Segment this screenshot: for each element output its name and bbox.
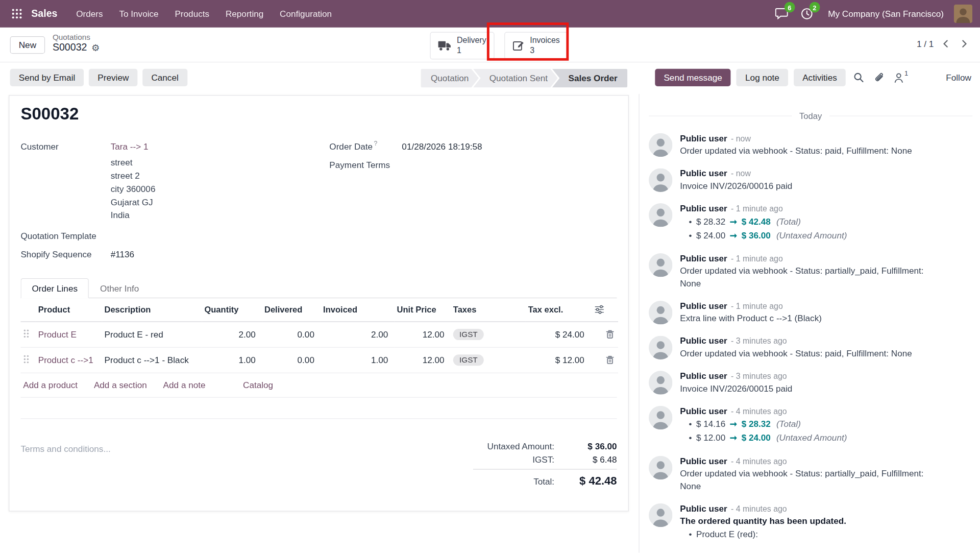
order-date-value[interactable]: 01/28/2026 18:19:58 [402, 141, 482, 152]
user-avatar-image [954, 5, 973, 23]
product-link[interactable]: Product E [38, 329, 77, 340]
navbar-left: Sales Orders To Invoice Products Reporti… [5, 5, 339, 23]
send-message-button[interactable]: Send message [655, 69, 731, 86]
bullet: • [689, 527, 692, 541]
line-description[interactable]: Product E - red [102, 322, 202, 347]
tracking-change: • $ 14.16 ➞ $ 28.32 (Total) [680, 417, 847, 431]
follow-button[interactable]: Follow [946, 73, 971, 83]
breadcrumb: Quotations S00032 ⚙ [53, 32, 100, 53]
address-line: Gujarat GJ [111, 196, 330, 209]
total-value: $ 42.48 [554, 474, 617, 488]
column-unit-price: Unit Price [395, 298, 451, 322]
quotation-template-label: Quotation Template [20, 231, 110, 241]
statusbar-step-quotation-sent[interactable]: Quotation Sent [473, 69, 558, 88]
line-invoiced[interactable]: 1.00 [321, 347, 394, 373]
catalog-link[interactable]: Catalog [243, 380, 273, 390]
order-line-row[interactable]: Product E Product E - red 2.00 0.00 2.00… [20, 322, 618, 347]
cancel-button[interactable]: Cancel [142, 69, 187, 86]
tab-order-lines[interactable]: Order Lines [20, 278, 89, 298]
activities-systray-button[interactable]: 2 [798, 5, 815, 22]
tax-badge[interactable]: IGST [453, 354, 484, 366]
page-title: S00032 [20, 104, 617, 124]
menu-orders[interactable]: Orders [68, 5, 110, 22]
field-grid: Customer Tara --> 1 street street 2 city… [20, 141, 617, 265]
new-value: $ 36.00 [742, 228, 771, 242]
address-line: street [111, 156, 330, 170]
drag-handle-icon[interactable] [23, 329, 29, 338]
company-switcher[interactable]: My Company (San Francisco) [828, 9, 944, 19]
address-line: city 360006 [111, 183, 330, 196]
user-avatar[interactable] [954, 5, 973, 23]
statusbar-step-sales-order[interactable]: Sales Order [552, 69, 628, 88]
sliders-icon [594, 304, 604, 315]
message-author: Public user [680, 203, 727, 213]
gear-icon[interactable]: ⚙ [91, 43, 100, 52]
bullet: • [689, 417, 692, 431]
form-action-buttons: Send by Email Preview Cancel [10, 69, 187, 86]
column-quantity: Quantity [202, 298, 262, 322]
search-messages-button[interactable] [851, 69, 866, 86]
menu-products[interactable]: Products [167, 5, 217, 22]
shopify-sequence-value[interactable]: #1136 [111, 250, 134, 260]
line-tax-excl: $ 12.00 [526, 347, 591, 373]
tracked-field-name: (Untaxed Amount) [776, 431, 847, 445]
line-quantity[interactable]: 2.00 [202, 322, 262, 347]
send-by-email-button[interactable]: Send by Email [10, 69, 84, 86]
message-time: - 1 minute ago [731, 254, 783, 263]
terms-and-conditions-field[interactable]: Terms and conditions... [20, 441, 110, 453]
message-author: Public user [680, 301, 727, 311]
order-line-row[interactable]: Product c -->1 Product c -->1 - Black 1.… [20, 347, 618, 373]
untaxed-amount-label: Untaxed Amount: [487, 441, 555, 451]
statusbar-step-quotation[interactable]: Quotation [421, 69, 479, 88]
breadcrumb-quotations[interactable]: Quotations [53, 32, 100, 42]
invoices-smart-button[interactable]: Invoices 3 [504, 32, 568, 59]
tracking-change: • $ 12.00 ➞ $ 24.00 (Untaxed Amount) [680, 431, 847, 445]
menu-configuration[interactable]: Configuration [272, 5, 339, 22]
message-time: - 4 minutes ago [731, 406, 787, 416]
chatter-controls: Send message Log note Activities 1 [655, 69, 971, 86]
add-a-note-link[interactable]: Add a note [163, 380, 206, 390]
avatar [649, 503, 673, 527]
line-unit-price[interactable]: 12.00 [395, 347, 451, 373]
optional-columns-button[interactable] [593, 303, 605, 316]
line-delivered[interactable]: 0.00 [262, 347, 321, 373]
log-note-button[interactable]: Log note [737, 69, 788, 86]
messages-systray-button[interactable]: 6 [772, 5, 791, 22]
line-quantity[interactable]: 1.00 [202, 347, 262, 373]
pager-next-button[interactable] [958, 37, 971, 50]
apps-menu-button[interactable] [5, 5, 29, 23]
bullet: • [689, 228, 692, 242]
line-delivered[interactable]: 0.00 [262, 322, 321, 347]
activities-button[interactable]: Activities [794, 69, 846, 86]
avatar [649, 336, 673, 360]
line-invoiced[interactable]: 2.00 [321, 322, 394, 347]
table-footer-links: Add a product Add a section Add a note C… [20, 373, 617, 398]
chatter-message: Public user- now Invoice INV/2026/00016 … [649, 168, 972, 192]
menu-to-invoice[interactable]: To Invoice [112, 5, 166, 22]
app-name[interactable]: Sales [31, 8, 57, 19]
customer-link[interactable]: Tara --> 1 [111, 141, 149, 152]
add-a-section-link[interactable]: Add a section [94, 380, 147, 390]
add-a-product-link[interactable]: Add a product [23, 380, 78, 390]
line-description[interactable]: Product c -->1 - Black [102, 347, 202, 373]
tab-other-info[interactable]: Other Info [89, 278, 150, 298]
old-value: $ 28.32 [696, 214, 725, 228]
avatar [649, 133, 673, 157]
menu-reporting[interactable]: Reporting [218, 5, 271, 22]
chatter-message: Public user- 4 minutes ago The ordered q… [649, 503, 972, 541]
drag-handle-icon[interactable] [23, 354, 29, 364]
delivery-smart-button[interactable]: Delivery 1 [430, 32, 494, 59]
message-time: - now [731, 169, 751, 178]
message-time: - now [731, 134, 751, 143]
new-button[interactable]: New [10, 36, 45, 54]
followers-button[interactable]: 1 [892, 70, 910, 86]
line-unit-price[interactable]: 12.00 [395, 322, 451, 347]
delete-line-button[interactable] [604, 328, 616, 340]
arrow-right-icon: ➞ [730, 228, 737, 242]
attachments-button[interactable] [872, 69, 886, 86]
preview-button[interactable]: Preview [89, 69, 137, 86]
product-link[interactable]: Product c -->1 [38, 355, 93, 366]
pager-previous-button[interactable] [939, 37, 952, 50]
tax-badge[interactable]: IGST [453, 329, 484, 340]
delete-line-button[interactable] [604, 354, 616, 366]
